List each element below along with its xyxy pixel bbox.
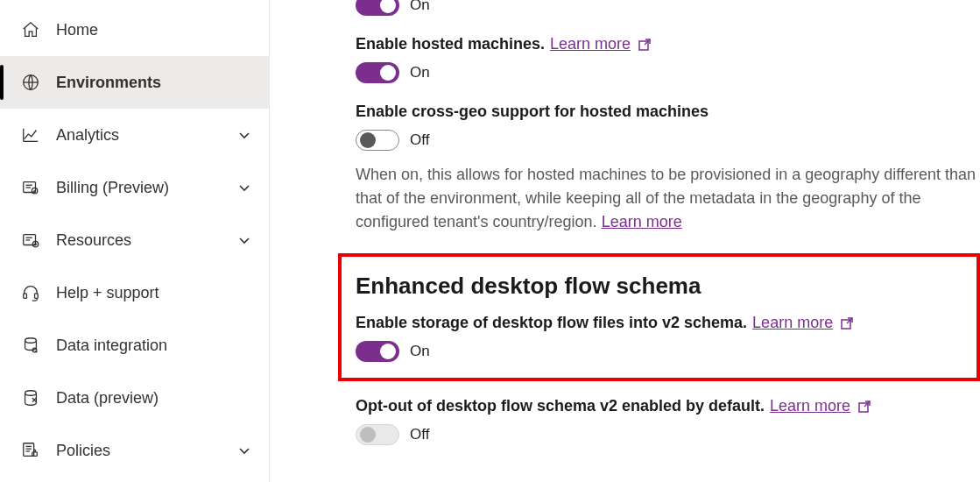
- setting-label-text: Enable cross-geo support for hosted mach…: [356, 103, 709, 121]
- sidebar-item-label: Billing (Preview): [56, 179, 237, 197]
- section-title: Enhanced desktop flow schema: [356, 273, 962, 300]
- sidebar-item-analytics[interactable]: Analytics: [0, 109, 269, 161]
- sidebar-item-label: Analytics: [56, 126, 237, 145]
- learn-more-link[interactable]: Learn more: [770, 397, 871, 415]
- sidebar-item-environments[interactable]: Environments: [0, 56, 269, 109]
- chevron-down-icon: [237, 233, 251, 247]
- policies-icon: [21, 441, 40, 460]
- setting-unknown-toggle: On: [356, 0, 980, 16]
- setting-cross-geo: Enable cross-geo support for hosted mach…: [356, 103, 980, 234]
- toggle-enable-hosted-machines[interactable]: [356, 62, 399, 83]
- toggle-state-label: On: [410, 0, 430, 14]
- globe-icon: [21, 73, 40, 92]
- headset-icon: [21, 283, 40, 302]
- setting-label-text: Opt-out of desktop flow schema v2 enable…: [356, 397, 765, 415]
- svg-point-7: [25, 338, 37, 344]
- sidebar-item-resources[interactable]: Resources: [0, 214, 269, 266]
- toggle-state-label: On: [410, 64, 430, 82]
- sidebar-item-help-support[interactable]: Help + support: [0, 266, 269, 319]
- data-integration-icon: [21, 336, 40, 355]
- learn-more-link[interactable]: Learn more: [550, 35, 652, 53]
- sidebar-item-home[interactable]: Home: [0, 4, 269, 56]
- learn-more-text: Learn more: [770, 397, 850, 415]
- sidebar-item-label: Policies: [56, 442, 237, 460]
- chevron-down-icon: [237, 443, 251, 457]
- chevron-down-icon: [237, 181, 251, 195]
- home-icon: [21, 20, 40, 39]
- analytics-icon: [21, 125, 40, 145]
- external-link-icon: [840, 316, 854, 330]
- setting-opt-out-v2-default: Opt-out of desktop flow schema v2 enable…: [356, 397, 980, 445]
- sidebar-item-label: Resources: [56, 231, 237, 250]
- learn-more-link[interactable]: Learn more: [602, 213, 682, 230]
- sidebar-item-label: Home: [56, 21, 251, 39]
- sidebar-item-label: Environments: [56, 74, 251, 92]
- sidebar: Home Environments Analytics Billing (Pre…: [0, 0, 270, 482]
- external-link-icon: [857, 400, 871, 414]
- svg-point-9: [25, 391, 37, 396]
- sidebar-item-billing[interactable]: Billing (Preview): [0, 161, 269, 214]
- sidebar-item-label: Data integration: [56, 337, 251, 355]
- setting-enable-hosted-machines: Enable hosted machines. Learn more On: [356, 35, 980, 83]
- resources-icon: [21, 230, 40, 250]
- external-link-icon: [638, 38, 652, 52]
- sidebar-item-data-preview[interactable]: Data (preview): [0, 372, 269, 424]
- svg-rect-5: [24, 294, 27, 299]
- sidebar-item-data-integration[interactable]: Data integration: [0, 319, 269, 372]
- toggle-state-label: On: [410, 343, 430, 360]
- billing-icon: [21, 178, 40, 197]
- sidebar-item-policies[interactable]: Policies: [0, 424, 269, 477]
- learn-more-text: Learn more: [550, 35, 631, 53]
- setting-label-text: Enable hosted machines.: [356, 35, 545, 53]
- learn-more-text: Learn more: [752, 314, 833, 332]
- setting-description: When on, this allows for hosted machines…: [356, 163, 980, 234]
- toggle-cross-geo[interactable]: [356, 130, 399, 151]
- main-content: On Enable hosted machines. Learn more On…: [270, 0, 980, 482]
- toggle-unknown[interactable]: [356, 0, 399, 16]
- toggle-opt-out-v2-default: [356, 424, 399, 445]
- setting-v2-schema-storage: Enable storage of desktop flow files int…: [356, 314, 962, 362]
- chevron-down-icon: [237, 128, 251, 142]
- sidebar-item-label: Help + support: [56, 284, 251, 302]
- toggle-state-label: Off: [410, 426, 429, 443]
- sidebar-item-label: Data (preview): [56, 389, 251, 408]
- svg-rect-11: [32, 452, 38, 457]
- data-preview-icon: [21, 388, 40, 408]
- svg-rect-6: [35, 294, 39, 299]
- highlighted-section: Enhanced desktop flow schema Enable stor…: [338, 253, 980, 381]
- learn-more-link[interactable]: Learn more: [752, 314, 854, 332]
- toggle-state-label: Off: [410, 131, 429, 149]
- toggle-v2-schema-storage[interactable]: [356, 341, 399, 362]
- setting-label-text: Enable storage of desktop flow files int…: [356, 314, 747, 332]
